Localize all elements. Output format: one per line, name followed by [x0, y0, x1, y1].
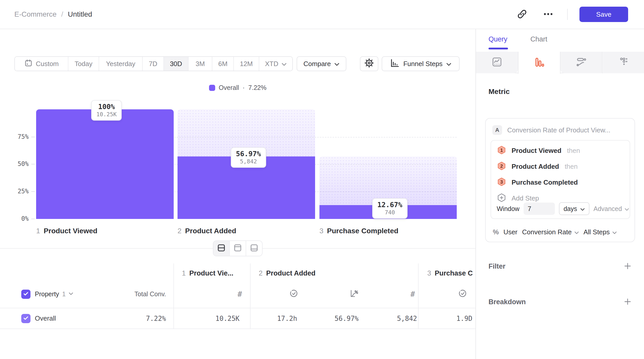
measure-entity[interactable]: User: [503, 228, 517, 236]
share-link-button[interactable]: [515, 7, 529, 22]
step-3-hexagon-badge: 3: [497, 177, 506, 188]
chart-view-selector[interactable]: Funnel Steps: [382, 56, 460, 71]
total-conversion-label: Total Conv.: [134, 290, 166, 298]
table-group-header-step3: 3 Purchase C: [427, 269, 473, 277]
group-number: 1: [182, 269, 186, 277]
layout-split-toggle[interactable]: [213, 241, 229, 256]
conversion-pct: 100%: [96, 103, 117, 111]
table-group-header-step1: 1 Product Vie...: [182, 269, 233, 277]
analysis-type-retention[interactable]: [603, 52, 644, 73]
select-all-checkbox[interactable]: [21, 290, 30, 299]
date-range-label: Custom: [36, 60, 59, 68]
funnel-bar-step1[interactable]: [36, 109, 174, 219]
metric-card-header[interactable]: A Conversion Rate of Product View...: [486, 119, 635, 135]
chevron-down-icon: [282, 60, 287, 68]
layout-table-toggle[interactable]: [246, 241, 262, 256]
table-row-overall[interactable]: Overall 7.22% 10.25K 17.2h 56.97% 5,842 …: [0, 308, 475, 329]
measure-metric-selector[interactable]: Conversion Rate: [522, 228, 579, 236]
group-label: Purchase C: [435, 269, 473, 277]
window-unit-selector[interactable]: days: [559, 202, 589, 215]
row-checkbox[interactable]: [21, 314, 30, 323]
calendar-icon: [24, 59, 33, 69]
check-icon: [23, 291, 29, 298]
date-range-yesterday[interactable]: Yesterday: [99, 57, 142, 71]
breadcrumb-parent[interactable]: E-Commerce: [14, 10, 57, 18]
property-index: 1: [62, 290, 66, 298]
compare-label: Compare: [304, 60, 331, 68]
step1-uniques-column-header[interactable]: #: [188, 280, 242, 308]
hash-icon: #: [410, 290, 415, 299]
chevron-down-icon: [69, 292, 73, 296]
legend-separator: ·: [243, 84, 245, 91]
add-step-label: Add Step: [512, 194, 539, 202]
x-axis-step1-label: 1 Product Viewed: [36, 227, 97, 235]
breadcrumb-current[interactable]: Untitled: [68, 10, 92, 18]
step-name: Product Added: [185, 227, 236, 235]
date-range-7d[interactable]: 7D: [142, 57, 163, 71]
date-range-xtd[interactable]: XTD: [259, 57, 292, 71]
step-number: 1: [36, 227, 40, 235]
step2-conv-rate-column-header[interactable]: [304, 280, 359, 308]
add-breakdown-button[interactable]: [623, 297, 632, 307]
funnel-step-3[interactable]: 3 Purchase Completed: [491, 174, 630, 190]
report-content: Custom Today Yesterday 7D 30D 3M 6M 12M …: [0, 29, 475, 359]
analysis-type-flows[interactable]: [560, 52, 603, 73]
cell-step2-avg-time: 17.2h: [246, 308, 297, 329]
step-1-hexagon-badge: 1: [497, 145, 506, 156]
analysis-type-funnels-active[interactable]: [518, 52, 560, 74]
step-suffix: then: [565, 163, 578, 171]
date-range-label: Yesterday: [106, 60, 136, 68]
tab-query[interactable]: Query: [489, 35, 507, 43]
more-options-button[interactable]: [541, 7, 555, 22]
y-tickmark: [31, 137, 35, 137]
chart-settings-button[interactable]: [360, 56, 378, 71]
date-range-custom[interactable]: Custom: [15, 57, 68, 71]
analysis-type-insights[interactable]: [476, 52, 518, 73]
advanced-toggle[interactable]: Advanced: [594, 205, 629, 213]
ellipsis-icon: [543, 8, 554, 20]
step2-uniques-column-header[interactable]: #: [360, 280, 415, 308]
date-range-12m[interactable]: 12M: [233, 57, 259, 71]
layout-chart-toggle[interactable]: [229, 241, 246, 256]
date-range-6m[interactable]: 6M: [212, 57, 233, 71]
window-value-input[interactable]: [524, 203, 555, 215]
chart-legend[interactable]: Overall · 7.22%: [0, 84, 475, 91]
property-selector[interactable]: Property 1: [35, 280, 73, 308]
advanced-label: Advanced: [594, 205, 622, 213]
conversion-pct: 12.67%: [377, 201, 402, 209]
date-range-3m[interactable]: 3M: [188, 57, 212, 71]
step2-avg-time-column-header[interactable]: [243, 280, 298, 308]
funnel-step-1[interactable]: 1 Product Viewed then: [491, 143, 630, 159]
conversion-window-row: Window days Advanced: [491, 202, 630, 216]
plus-icon: [623, 297, 632, 307]
step3-avg-time-column-header[interactable]: [416, 280, 467, 308]
total-conversion-header[interactable]: Total Conv.: [108, 280, 166, 308]
save-button[interactable]: Save: [579, 7, 628, 22]
x-axis-step2-label: 2 Product Added: [178, 227, 236, 235]
step-event-name: Product Added: [512, 163, 559, 171]
tab-chart[interactable]: Chart: [531, 35, 547, 43]
group-number: 2: [259, 269, 263, 277]
chevron-down-icon: [580, 205, 585, 213]
add-filter-button[interactable]: [623, 262, 632, 271]
measure-scope-label: All Steps: [584, 228, 610, 236]
date-range-label: 3M: [195, 60, 205, 68]
breakdown-section: Breakdown: [489, 297, 632, 307]
chart-percent-icon: [349, 289, 359, 299]
y-tickmark: [31, 191, 35, 192]
step-name: Product Viewed: [44, 227, 98, 235]
date-range-30d-active[interactable]: 30D: [163, 57, 188, 71]
compare-button[interactable]: Compare: [297, 56, 346, 71]
conversion-pct: 56.97%: [236, 150, 261, 158]
filter-section: Filter: [489, 262, 632, 271]
active-tab-underline: [489, 48, 508, 49]
bar-value-label-step2: 56.97% 5,842: [231, 147, 266, 168]
step-event-name: Product Viewed: [512, 147, 562, 155]
cell-step3-avg-time: 1.9D: [421, 308, 472, 329]
measure-metric-label: Conversion Rate: [522, 228, 572, 236]
date-range-today[interactable]: Today: [68, 57, 99, 71]
measure-scope-selector[interactable]: All Steps: [584, 228, 617, 236]
funnel-step-2[interactable]: 2 Product Added then: [491, 159, 630, 174]
date-range-control: Custom Today Yesterday 7D 30D 3M 6M 12M …: [14, 56, 293, 71]
chevron-down-icon: [625, 205, 629, 213]
